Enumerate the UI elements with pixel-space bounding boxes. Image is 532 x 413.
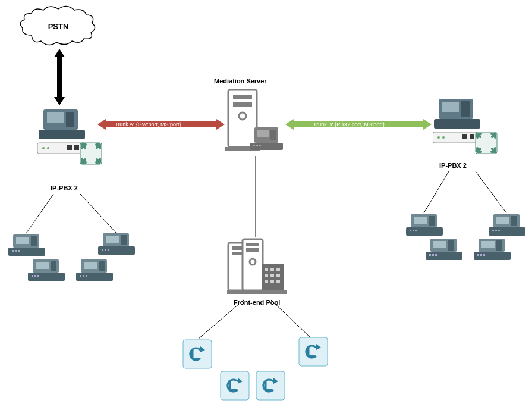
svg-rect-70	[406, 227, 443, 236]
svg-rect-58	[34, 275, 36, 277]
svg-rect-112	[227, 290, 287, 294]
svg-rect-42	[8, 248, 45, 256]
svg-rect-90	[496, 240, 502, 251]
svg-rect-87	[435, 254, 437, 256]
svg-rect-93	[480, 254, 482, 256]
mediation-server-label: Mediation Server	[214, 77, 267, 85]
svg-rect-49	[98, 246, 135, 255]
svg-rect-43	[12, 250, 14, 252]
svg-rect-72	[413, 230, 414, 231]
svg-rect-92	[477, 254, 479, 256]
ip-pbx-right-label: IP-PBX 2	[439, 162, 467, 169]
svg-rect-99	[246, 243, 259, 246]
svg-rect-9	[253, 145, 255, 146]
svg-rect-54	[36, 262, 49, 269]
diagram-canvas: PSTN Mediation Server Trunk A: {GW:port,…	[0, 0, 532, 413]
svg-rect-111	[276, 280, 280, 283]
svg-rect-11	[259, 145, 261, 146]
mediation-phone-icon	[250, 125, 283, 154]
svg-rect-23	[442, 102, 459, 112]
svg-rect-80	[498, 230, 500, 231]
svg-rect-7	[270, 130, 276, 140]
desk-phone-icon	[406, 213, 445, 238]
svg-line-32	[26, 194, 53, 233]
trunk-a-label: Trunk A: {GW:port, MS:port}	[115, 121, 181, 127]
desk-phone-icon	[98, 232, 137, 257]
connector-lines	[0, 0, 532, 413]
svg-rect-50	[102, 249, 103, 251]
desk-phone-icon	[28, 258, 67, 283]
front-end-pool-icon	[227, 237, 287, 296]
svg-rect-79	[495, 230, 497, 231]
trunk-b-label: Trunk B: {PBX2:port, MS:port}	[313, 121, 385, 127]
svg-rect-68	[414, 217, 427, 224]
svg-rect-47	[106, 236, 119, 243]
svg-rect-73	[415, 230, 417, 231]
svg-line-33	[80, 194, 117, 233]
front-end-pool-label: Front-end Pool	[234, 299, 280, 306]
svg-rect-61	[84, 262, 97, 269]
svg-rect-110	[270, 280, 274, 283]
svg-rect-107	[270, 274, 274, 277]
svg-rect-66	[86, 275, 87, 277]
svg-rect-18	[74, 145, 79, 150]
svg-rect-59	[37, 275, 39, 277]
svg-rect-106	[265, 274, 268, 277]
desk-phone-icon	[76, 258, 115, 283]
svg-rect-14	[66, 112, 74, 127]
ip-pbx-left-icon	[37, 106, 103, 171]
svg-rect-17	[67, 145, 72, 150]
svg-rect-77	[489, 227, 525, 236]
svg-rect-62	[99, 261, 105, 271]
pstn-label: PSTN	[20, 22, 97, 31]
desk-phone-icon	[426, 237, 465, 262]
svg-rect-71	[410, 230, 411, 231]
svg-rect-56	[28, 273, 65, 281]
svg-rect-45	[18, 250, 20, 252]
svg-rect-44	[15, 250, 17, 252]
svg-rect-55	[51, 261, 56, 271]
svg-rect-25	[434, 119, 480, 129]
svg-rect-108	[276, 274, 280, 277]
svg-rect-1	[233, 95, 252, 99]
lync-client-icon: L	[256, 371, 285, 401]
lync-client-icon: L	[298, 337, 328, 367]
svg-rect-100	[246, 248, 259, 252]
svg-rect-104	[270, 268, 274, 271]
svg-rect-41	[31, 236, 37, 246]
svg-rect-85	[429, 254, 431, 256]
svg-point-30	[442, 136, 445, 139]
svg-rect-94	[483, 254, 485, 256]
svg-rect-28	[470, 134, 474, 139]
svg-rect-105	[276, 268, 280, 271]
pstn-pbx-link-arrow	[54, 49, 65, 105]
svg-rect-6	[257, 130, 269, 137]
svg-line-35	[476, 171, 506, 213]
svg-rect-84	[426, 252, 462, 260]
svg-rect-57	[32, 275, 33, 277]
pstn-cloud: PSTN	[20, 5, 97, 47]
svg-rect-103	[265, 268, 268, 271]
svg-rect-75	[496, 217, 509, 224]
svg-rect-10	[256, 145, 258, 146]
svg-rect-27	[462, 134, 467, 139]
svg-point-19	[42, 147, 45, 149]
desk-phone-icon	[489, 213, 528, 238]
svg-rect-24	[461, 101, 470, 117]
svg-rect-51	[105, 249, 106, 251]
ip-pbx-right-icon	[433, 95, 498, 161]
svg-rect-76	[511, 216, 517, 226]
ip-pbx-left-label: IP-PBX 2	[51, 184, 78, 192]
svg-rect-48	[121, 235, 127, 245]
svg-rect-15	[39, 130, 85, 139]
desk-phone-icon	[474, 237, 513, 262]
svg-point-20	[47, 147, 49, 149]
svg-rect-109	[265, 280, 268, 283]
lync-client-icon: L	[182, 339, 212, 369]
lync-client-icon: L	[220, 371, 250, 401]
svg-line-34	[424, 171, 449, 213]
svg-rect-2	[233, 102, 252, 107]
svg-rect-52	[108, 249, 109, 251]
svg-rect-82	[433, 241, 446, 248]
desk-phone-icon	[8, 233, 48, 258]
